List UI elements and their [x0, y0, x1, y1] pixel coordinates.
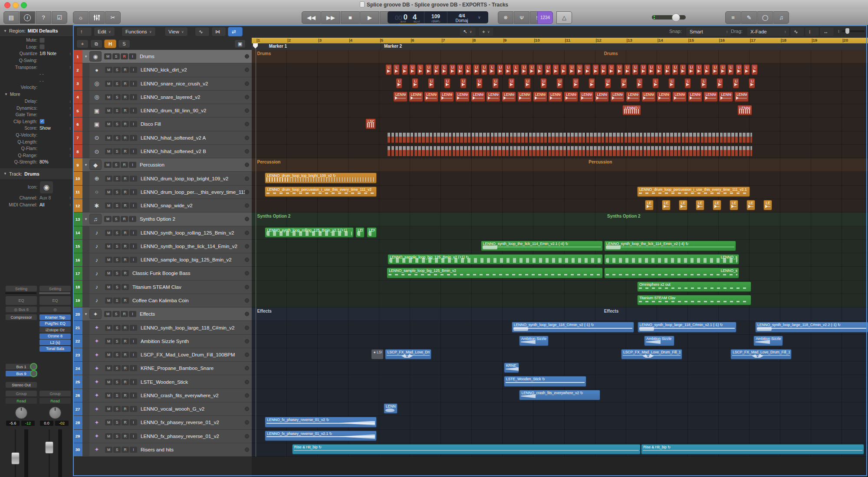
- region[interactable]: LE: [473, 64, 480, 75]
- region[interactable]: LE: [720, 64, 726, 75]
- stepper-icon[interactable]: ↕: [69, 65, 72, 69]
- region[interactable]: LENNO: [517, 91, 532, 102]
- track-mute-button[interactable]: M: [105, 121, 112, 127]
- track-input-button[interactable]: I: [130, 257, 137, 263]
- track-record-button[interactable]: R: [121, 216, 128, 222]
- fader-cap[interactable]: [45, 441, 53, 454]
- rewind-button[interactable]: ◀◀: [302, 11, 321, 24]
- region[interactable]: LE: [529, 64, 535, 75]
- track-record-button[interactable]: R: [122, 135, 129, 141]
- track-number-tab[interactable]: 21: [73, 321, 82, 334]
- track-name[interactable]: LENNO_hihat_softened_v2 B: [141, 149, 245, 154]
- track-name[interactable]: LSTE_Wooden_Stick: [141, 379, 245, 385]
- track-input-button[interactable]: I: [130, 338, 137, 344]
- track-name[interactable]: LENNO_snare_layered_v2: [141, 95, 245, 100]
- track-name[interactable]: LENNO_snare_nice_crush_v2: [141, 81, 245, 86]
- track-mute-button[interactable]: M: [104, 311, 112, 317]
- track-monitor-dot[interactable]: [245, 298, 249, 303]
- master-volume-slider[interactable]: [652, 15, 686, 20]
- track-number-tab[interactable]: 15: [73, 240, 82, 253]
- param-value[interactable]: - -: [39, 72, 44, 76]
- region[interactable]: LE: [401, 64, 408, 75]
- region[interactable]: LENNO_synth_loop_the_lick_114_Emin_v2.1 …: [481, 241, 603, 251]
- track-name[interactable]: LENNO_fx_phasey_reverse_01_v2: [141, 420, 245, 425]
- track-mute-button[interactable]: M: [105, 338, 112, 344]
- region[interactable]: LSCP_FX_Mad_Love_Dru: [385, 349, 431, 359]
- region[interactable]: LENNO: [471, 91, 485, 102]
- region[interactable]: LE: [717, 78, 723, 88]
- track-number-tab[interactable]: 9: [73, 158, 82, 171]
- vzoom-knob[interactable]: [845, 28, 849, 34]
- track-mute-button[interactable]: M: [105, 406, 112, 412]
- region[interactable]: LE: [393, 64, 400, 75]
- param-value[interactable]: All: [39, 203, 44, 207]
- region[interactable]: LE: [444, 78, 450, 88]
- track-number-tab[interactable]: 17: [73, 267, 82, 280]
- menu-functions[interactable]: Functions∨: [122, 27, 156, 36]
- track-record-button[interactable]: R: [122, 284, 129, 290]
- track-mute-button[interactable]: M: [105, 284, 112, 290]
- arrange-lane[interactable]: [252, 362, 868, 375]
- track-monitor-dot[interactable]: [245, 203, 249, 208]
- region[interactable]: LE: [696, 64, 702, 75]
- strip-l2-s-[interactable]: L2 (s): [39, 339, 71, 346]
- track-name[interactable]: Titanium STEAM Clav: [132, 284, 245, 290]
- region[interactable]: LSCP: [365, 118, 376, 129]
- track-mute-button[interactable]: M: [105, 148, 112, 154]
- region[interactable]: LENNO: [737, 105, 752, 115]
- strip-kramer-tap[interactable]: Kramer Tap: [39, 314, 71, 320]
- track-monitor-dot[interactable]: [245, 163, 249, 167]
- region[interactable]: LE: [465, 64, 471, 75]
- sliced-region-strip[interactable]: [388, 133, 752, 143]
- track-monitor-dot[interactable]: [245, 82, 249, 86]
- toolbar-toggle-button[interactable]: ☑: [52, 11, 67, 24]
- track-name[interactable]: Coffee Can Kalimba Coin: [132, 298, 245, 303]
- track-monitor-dot[interactable]: [245, 258, 249, 262]
- mixer-button[interactable]: [89, 11, 105, 24]
- stepper-icon[interactable]: ↕: [69, 153, 72, 157]
- arrange-area[interactable]: DrumsDrumsPercussionPercussionSynths Opt…: [252, 50, 868, 457]
- region[interactable]: LE: [600, 64, 607, 75]
- track-solo-button[interactable]: S: [113, 379, 121, 385]
- track-row[interactable]: 6▣MSRIDisco Fill: [73, 118, 252, 131]
- region[interactable]: Ambition Sizzle: [644, 336, 674, 346]
- region[interactable]: LENNO: [393, 91, 408, 102]
- stepper-icon[interactable]: ↕: [69, 126, 72, 131]
- volume-knob[interactable]: [49, 407, 61, 419]
- region[interactable]: LENNO_drum_loop_top_bright_109_v2 ↻: [265, 173, 377, 183]
- track-solo-button[interactable]: S: [113, 338, 121, 344]
- track-input-button[interactable]: I: [130, 67, 137, 73]
- region[interactable]: LENNO: [455, 91, 470, 102]
- region[interactable]: ● LSC: [371, 349, 384, 359]
- region[interactable]: LENNO: [440, 91, 454, 102]
- track-record-button[interactable]: R: [122, 325, 129, 331]
- region[interactable]: LEN: [367, 227, 377, 238]
- arrange-lane[interactable]: [252, 212, 868, 226]
- track-row[interactable]: 2●MSRILENNO_kick_dirt_v2: [73, 63, 252, 77]
- track-row[interactable]: 3◎MSRILENNO_snare_nice_crush_v2: [73, 77, 252, 91]
- track-number-tab[interactable]: 27: [73, 402, 82, 415]
- track-name[interactable]: LENNO_drum_fill_linn_90_v2: [141, 108, 245, 113]
- smart-controls-button[interactable]: ☼: [73, 11, 89, 24]
- region[interactable]: LENNO_fx_phasey_reverse_01_v2 ↻: [265, 417, 377, 427]
- region[interactable]: LE: [412, 78, 418, 88]
- library-button[interactable]: ▤: [3, 11, 19, 24]
- track-number-tab[interactable]: 28: [73, 416, 82, 429]
- volume-knob[interactable]: [15, 407, 27, 419]
- track-row[interactable]: 11○MSRILENNO_drum_loop_per..._this_every…: [73, 186, 252, 199]
- track-record-button[interactable]: R: [122, 81, 129, 87]
- arrange-lane[interactable]: [252, 50, 868, 63]
- track-input-button[interactable]: I: [130, 94, 137, 100]
- list-editors-button[interactable]: ≡: [725, 11, 741, 24]
- region[interactable]: LE: [680, 64, 686, 75]
- track-mute-button[interactable]: M: [105, 257, 112, 263]
- track-solo-button[interactable]: S: [113, 230, 121, 236]
- strip-group[interactable]: Group: [39, 390, 71, 397]
- region[interactable]: LENNO: [704, 91, 718, 102]
- arrange-lane[interactable]: [252, 294, 868, 307]
- track-number-tab[interactable]: 30: [73, 443, 82, 456]
- region[interactable]: LE: [433, 64, 440, 75]
- track-solo-button[interactable]: S: [113, 406, 121, 412]
- track-monitor-dot[interactable]: [245, 434, 249, 438]
- track-monitor-dot[interactable]: [245, 136, 249, 140]
